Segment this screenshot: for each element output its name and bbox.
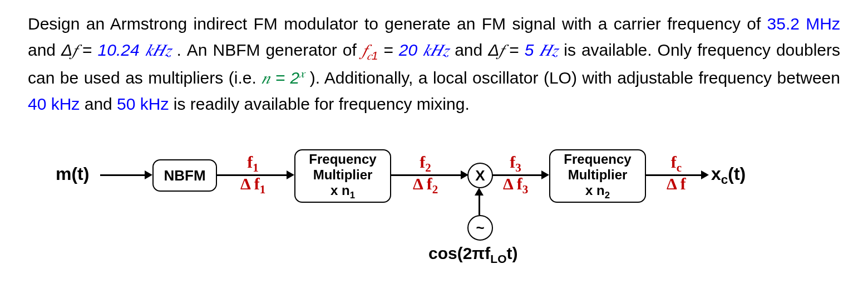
value-fc1: 20 𝑘𝐻𝑧: [399, 41, 449, 59]
f3-label: f3 Δ f3: [503, 153, 528, 196]
arrow-head-icon: [475, 188, 484, 196]
text: Frequency: [309, 152, 376, 167]
text: ). Additionally, a local oscillator (LO)…: [310, 69, 840, 87]
lo-label: cos(2πfLOt): [428, 244, 517, 266]
problem-statement: Design an Armstrong indirect FM modulato…: [28, 11, 840, 117]
text: and: [28, 41, 61, 59]
fc-label: fc Δ f: [667, 153, 686, 194]
multiplier-1-block: Frequency Multiplier x n1: [294, 149, 391, 203]
text: x n1: [331, 183, 355, 201]
text: . An NBFM generator of: [177, 41, 362, 59]
multiplier-constraint: 𝑛 = 2𝑥: [262, 69, 304, 87]
arrow: [100, 174, 145, 176]
value-lo-max: 50 kHz: [117, 95, 169, 113]
text: =: [82, 41, 97, 59]
arrow-head-icon: [287, 170, 294, 179]
text: =: [509, 41, 524, 59]
value-lo-min: 40 kHz: [28, 95, 80, 113]
f2-label: f2 Δ f2: [413, 153, 438, 196]
block-diagram: m(t) NBFM f1 Δ f1 Frequency Multiplier x…: [28, 154, 840, 287]
mixer-block: X: [467, 163, 493, 188]
text: =: [383, 41, 398, 59]
f1-label: f1 Δ f1: [240, 153, 265, 196]
delta-f-symbol-2: Δ𝑓: [488, 41, 504, 59]
text: and: [455, 41, 488, 59]
text: Design an Armstrong indirect FM modulato…: [28, 14, 767, 33]
input-label: m(t): [56, 164, 89, 184]
text: x n2: [585, 183, 610, 201]
arrow-head-icon: [145, 170, 152, 179]
value-delta-f-target: 10.24 𝑘𝐻𝑧: [98, 41, 171, 59]
arrow-head-icon: [541, 170, 549, 179]
text: Frequency: [564, 152, 631, 167]
value-delta-f-nbfm: 5 𝐻𝑧: [525, 41, 559, 59]
text: Multiplier: [313, 167, 373, 183]
multiplier-2-block: Frequency Multiplier x n2: [549, 149, 646, 203]
delta-f-symbol: Δ𝑓: [61, 41, 77, 59]
oscillator-block: ~: [467, 215, 493, 241]
fc1-symbol: 𝑓𝑐1: [362, 41, 378, 59]
text: and: [85, 95, 117, 113]
nbfm-block: NBFM: [152, 159, 217, 192]
arrow: [479, 194, 480, 215]
text: is readily available for frequency mixin…: [174, 95, 470, 113]
output-label: xc(t): [711, 164, 746, 187]
text: Multiplier: [568, 167, 628, 183]
value-carrier-freq: 35.2 MHz: [767, 14, 840, 33]
arrow-head-icon: [701, 170, 709, 179]
